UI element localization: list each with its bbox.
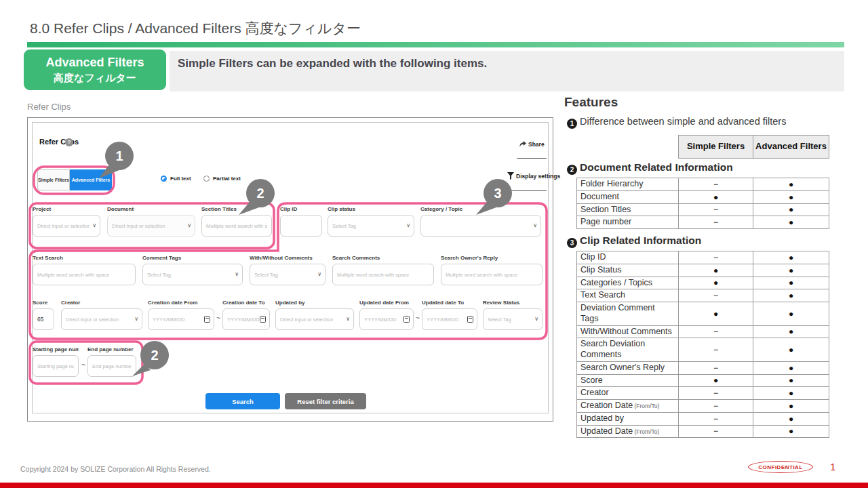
search-owners-reply-input[interactable]: Multiple word search with space <box>441 264 542 285</box>
row-label: With/Without Comments <box>577 325 679 338</box>
page-number: 1 <box>830 461 835 472</box>
row-label: Deviation Comment Tags <box>577 302 679 326</box>
updated-date-to-field: Updated date To YYYY/MM/DD <box>422 298 477 330</box>
advanced-mark: ● <box>753 264 829 277</box>
comment-tags-select[interactable]: Select Tag ∨ <box>142 264 243 285</box>
display-settings-button[interactable]: Display settings <box>507 172 560 180</box>
creator-select[interactable]: Direct input or selection ∨ <box>61 308 142 330</box>
simple-mark: − <box>679 400 753 413</box>
end-page-input[interactable]: End page number <box>87 355 136 377</box>
copyright-text: Copyright 2024 by SOLIZE Corporation All… <box>20 465 211 473</box>
simple-mark: − <box>679 289 753 302</box>
search-owners-reply-field: Search Owner's Reply Multiple word searc… <box>441 253 542 285</box>
project-select[interactable]: Direct input or selection ∨ <box>33 215 100 237</box>
simple-mark: − <box>679 425 753 438</box>
table-row: Categories / Topics●● <box>577 277 829 289</box>
share-button[interactable]: Share <box>519 141 545 148</box>
document-select[interactable]: Direct input or selection ∨ <box>107 215 195 237</box>
tab-advanced-filters[interactable]: Advanced Filters <box>70 169 112 190</box>
chevron-down-icon: ∨ <box>346 317 350 322</box>
confidential-badge: CONFIDENTIAL <box>748 461 813 473</box>
with-without-comments-select[interactable]: Select Tag ∨ <box>250 264 326 285</box>
simple-mark: ● <box>679 264 753 277</box>
advanced-mark: ● <box>753 374 829 387</box>
calendar-icon <box>403 316 410 323</box>
features-item-1-text: Difference between simple and advanced f… <box>580 116 786 127</box>
text-search-input[interactable]: Multiple word search with space <box>33 264 136 285</box>
advanced-mark: ● <box>753 400 829 413</box>
score-input[interactable]: 65 <box>33 308 54 330</box>
chevron-down-icon: ∨ <box>406 223 410 228</box>
description-text: Simple Filters can be expanded with the … <box>178 57 487 70</box>
creation-date-to-input[interactable]: YYYY/MM/DD <box>222 308 270 330</box>
table-row: Updated by−● <box>577 412 829 425</box>
row-label-suffix: (From/To) <box>633 428 659 435</box>
category-topic-select[interactable]: ∨ <box>420 215 541 237</box>
advanced-mark: ● <box>753 387 829 400</box>
advanced-mark: ● <box>753 178 829 191</box>
partial-text-radio[interactable] <box>203 176 210 182</box>
page-title: 8.0 Refer Clips / Advanced Filters 高度なフィ… <box>30 19 361 38</box>
table-row: Clip Status●● <box>577 264 829 277</box>
table-row: Clip ID−● <box>577 251 829 264</box>
simple-mark: ● <box>679 302 753 326</box>
updated-by-select[interactable]: Direct input or selection ∨ <box>275 308 354 330</box>
number-circle-icon: 2 <box>567 165 577 175</box>
updated-date-from-input[interactable]: YYYY/MM/DD <box>359 308 414 330</box>
updated-date-from-field: Updated date From YYYY/MM/DD <box>359 298 414 330</box>
row-label: Page number <box>577 216 679 229</box>
display-settings-label: Display settings <box>516 173 560 180</box>
creation-date-from-input[interactable]: YYYY/MM/DD <box>148 308 214 330</box>
search-comments-input[interactable]: Multiple word search with space <box>332 264 434 285</box>
partial-text-radio-label: Partial text <box>213 176 241 182</box>
row-label: Updated by <box>577 412 679 425</box>
share-underline <box>517 158 547 159</box>
advanced-mark: ● <box>753 361 829 374</box>
help-icon[interactable]: ? <box>65 138 73 146</box>
clip-status-select[interactable]: Select Tag ∨ <box>328 215 414 237</box>
advanced-mark: ● <box>753 425 829 438</box>
text-search-field: Text Search Multiple word search with sp… <box>33 253 136 285</box>
tab-simple-filters[interactable]: Simple Filters <box>37 169 70 190</box>
row-label: Section Titles <box>577 203 679 216</box>
search-button[interactable]: Search <box>205 393 280 409</box>
document-related-table: Folder Hierarchy−●Document●●Section Titl… <box>576 178 829 229</box>
document-field: Document Direct input or selection ∨ <box>107 205 195 237</box>
advanced-mark: ● <box>753 325 829 338</box>
table-row: Creation Date (From/To)−● <box>577 400 829 413</box>
score-field: Score 65 <box>33 298 54 330</box>
advanced-mark: ● <box>753 412 829 425</box>
reset-filter-button[interactable]: Reset filter criteria <box>285 393 366 409</box>
simple-mark: ● <box>679 277 753 289</box>
simple-mark: − <box>679 216 753 229</box>
simple-mark: − <box>679 178 753 191</box>
chevron-down-icon: ∨ <box>187 223 191 228</box>
simple-mark: ● <box>679 190 753 203</box>
review-status-select[interactable]: Select Tag ∨ <box>483 308 542 330</box>
simple-mark: ● <box>679 374 753 387</box>
clip-id-input[interactable] <box>280 215 322 237</box>
features-heading: Features <box>564 95 618 110</box>
bottom-red-bar <box>0 483 868 488</box>
display-settings-underline <box>510 190 547 191</box>
column-header-simple: Simple Filters <box>679 136 753 159</box>
chevron-down-icon: ∨ <box>134 317 138 322</box>
calendar-icon <box>204 316 210 323</box>
section-titles-input[interactable]: Multiple word search with space <box>201 215 272 237</box>
advanced-filters-badge: Advanced Filters 高度なフィルター <box>24 49 166 90</box>
clip-id-field: Clip ID <box>280 205 322 237</box>
starting-page-input[interactable]: Starting page numb <box>33 355 79 377</box>
chevron-down-icon: ∨ <box>317 272 321 277</box>
row-label: Search Owner's Reply <box>577 361 679 374</box>
table-row: Folder Hierarchy−● <box>577 178 829 191</box>
table-row: Creator−● <box>577 387 829 400</box>
full-text-radio-label: Full text <box>170 176 191 182</box>
features-item-1: 1Difference between simple and advanced … <box>567 116 786 129</box>
simple-mark: − <box>679 387 753 400</box>
title-underline-bar <box>27 42 844 47</box>
table-row: Text Search−● <box>577 289 829 302</box>
full-text-radio[interactable] <box>161 176 167 182</box>
row-label: Folder Hierarchy <box>577 178 679 191</box>
updated-date-to-input[interactable]: YYYY/MM/DD <box>422 308 477 330</box>
simple-mark: − <box>679 361 753 374</box>
